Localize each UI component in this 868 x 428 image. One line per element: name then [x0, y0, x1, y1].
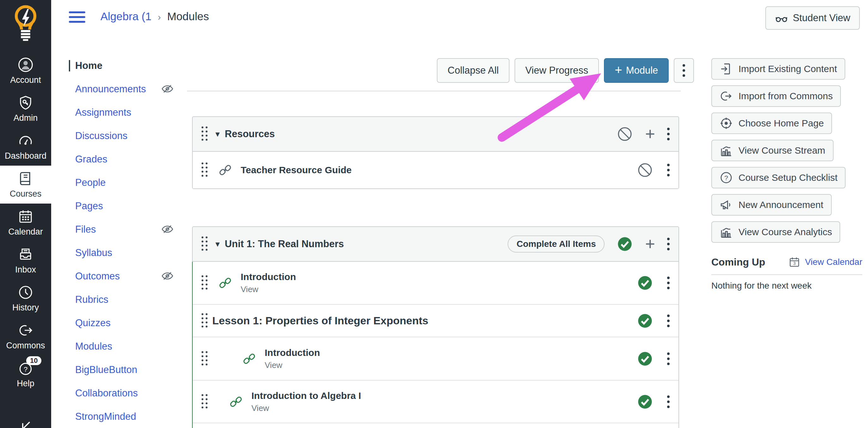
course-nav-assignments[interactable]: Assignments — [69, 107, 189, 118]
kebab-menu-icon[interactable] — [667, 243, 670, 245]
course-nav-outcomes[interactable]: Outcomes — [69, 270, 189, 282]
drag-handle-icon[interactable] — [202, 394, 208, 409]
add-module-button[interactable]: + Module — [604, 58, 669, 83]
course-nav-pages[interactable]: Pages — [69, 200, 189, 212]
course-nav-strongminded[interactable]: StrongMinded — [69, 411, 189, 422]
course-nav-syllabus[interactable]: Syllabus — [69, 247, 189, 259]
sidebar-button-label: Import from Commons — [739, 91, 833, 102]
no-symbol-icon[interactable] — [637, 162, 653, 178]
global-nav-calendar[interactable]: Calendar — [0, 204, 51, 241]
check-circle-icon[interactable] — [637, 313, 653, 329]
breadcrumb-course-link[interactable]: Algebra (1 — [100, 10, 151, 23]
student-view-button[interactable]: Student View — [765, 6, 860, 30]
view-progress-button[interactable]: View Progress — [515, 58, 599, 83]
eye-slash-icon — [161, 269, 174, 283]
item-subtitle: View — [241, 285, 296, 294]
course-nav-announcements[interactable]: Announcements — [69, 83, 189, 95]
course-nav-modules[interactable]: Modules — [69, 341, 189, 352]
module-item-introduction-2[interactable]: Introduction View — [193, 337, 679, 380]
drag-handle-icon[interactable] — [202, 236, 208, 252]
kebab-menu-icon[interactable] — [667, 169, 670, 171]
module-item-introduction-1[interactable]: Introduction View — [193, 262, 679, 304]
link-icon — [242, 351, 256, 366]
modules-more-options-button[interactable] — [674, 58, 694, 83]
link-icon — [229, 395, 243, 409]
drag-handle-icon[interactable] — [202, 126, 208, 142]
item-title[interactable]: Introduction to Algebra I — [251, 390, 361, 401]
check-circle-icon[interactable] — [637, 275, 653, 291]
help-unread-badge: 10 — [26, 356, 41, 365]
kebab-menu-icon[interactable] — [667, 282, 670, 284]
school-logo-lightbulb-bolt-icon[interactable] — [11, 4, 40, 41]
global-nav-help[interactable]: ? 10 Help — [0, 355, 51, 393]
module-item-introduction-to-algebra-i[interactable]: Introduction to Algebra I View — [193, 380, 679, 423]
kebab-menu-icon[interactable] — [667, 133, 670, 135]
view-course-stream-button[interactable]: View Course Stream — [711, 140, 834, 161]
global-nav-account[interactable]: Account — [0, 52, 51, 90]
course-nav-people[interactable]: People — [69, 177, 189, 189]
module-item-lesson-1-subheader[interactable]: Lesson 1: Properties of Integer Exponent… — [193, 304, 679, 337]
question-circle-icon: ? 10 — [18, 361, 33, 376]
course-nav-quizzes[interactable]: Quizzes — [69, 317, 189, 329]
item-title[interactable]: Teacher Resource Guide — [241, 165, 351, 175]
global-nav-commons[interactable]: Commons — [0, 317, 51, 355]
global-nav-inbox[interactable]: Inbox — [0, 241, 51, 280]
sidebar-button-label: Import Existing Content — [739, 63, 837, 74]
drag-handle-icon[interactable] — [202, 313, 208, 329]
kebab-menu-icon[interactable] — [667, 320, 670, 322]
course-nav-rubrics[interactable]: Rubrics — [69, 294, 189, 305]
global-nav-courses[interactable]: Courses — [0, 166, 51, 204]
check-circle-icon[interactable] — [637, 350, 653, 367]
course-nav-discussions[interactable]: Discussions — [69, 130, 189, 142]
course-nav-files[interactable]: Files — [69, 224, 189, 235]
view-course-analytics-button[interactable]: View Course Analytics — [711, 221, 840, 243]
import-existing-content-button[interactable]: Import Existing Content — [711, 58, 845, 80]
svg-text:?: ? — [724, 174, 728, 181]
course-nav-collaborations[interactable]: Collaborations — [69, 388, 189, 399]
link-icon — [218, 276, 232, 290]
inbox-tray-icon — [18, 247, 33, 262]
course-nav-label: Files — [75, 224, 96, 235]
global-nav-label: Dashboard — [5, 151, 46, 161]
no-symbol-icon[interactable] — [617, 126, 633, 142]
caret-down-icon[interactable]: ▾ — [215, 239, 220, 249]
module-resources: ▾ Resources + Teacher Resource Guide — [192, 116, 679, 189]
sidebar-button-label: Course Setup Checklist — [739, 172, 837, 183]
global-nav-admin[interactable]: Admin — [0, 90, 51, 128]
drag-handle-icon[interactable] — [202, 275, 208, 290]
course-nav-bigbluebutton[interactable]: BigBlueButton — [69, 364, 189, 375]
kebab-menu-icon[interactable] — [667, 400, 670, 403]
global-nav-label: Commons — [6, 341, 45, 350]
import-from-commons-button[interactable]: Import from Commons — [711, 85, 841, 107]
global-nav-label: Admin — [13, 113, 38, 123]
course-setup-checklist-button[interactable]: ? Course Setup Checklist — [711, 167, 845, 189]
global-nav-dashboard[interactable]: Dashboard — [0, 128, 51, 166]
check-circle-icon[interactable] — [637, 394, 653, 410]
global-nav-history[interactable]: History — [0, 280, 51, 317]
global-navigation: Account Admin Dashboard Courses Calendar — [0, 0, 51, 428]
drag-handle-icon[interactable] — [202, 351, 208, 366]
caret-down-icon[interactable]: ▾ — [215, 129, 220, 139]
view-calendar-link[interactable]: 3 View Calendar — [788, 256, 862, 268]
coming-up-heading: Coming Up — [711, 256, 765, 268]
course-nav-home[interactable]: Home — [69, 60, 189, 72]
collapse-all-button[interactable]: Collapse All — [437, 58, 509, 83]
shield-key-icon — [18, 95, 33, 110]
hamburger-menu-icon[interactable] — [69, 11, 85, 26]
item-title[interactable]: Introduction — [265, 347, 320, 358]
module-item-teacher-resource-guide[interactable]: Teacher Resource Guide — [193, 152, 679, 189]
target-icon — [719, 117, 733, 130]
course-nav-grades[interactable]: Grades — [69, 153, 189, 165]
item-title[interactable]: Introduction — [241, 272, 296, 282]
collapse-arrow-icon[interactable] — [19, 419, 33, 428]
course-nav-label: Outcomes — [75, 270, 120, 282]
choose-home-page-button[interactable]: Choose Home Page — [711, 113, 832, 134]
plus-icon[interactable]: + — [645, 127, 655, 141]
module-title: Resources — [225, 129, 275, 140]
check-circle-icon[interactable] — [617, 236, 633, 252]
new-announcement-button[interactable]: New Announcement — [711, 194, 832, 216]
drag-handle-icon[interactable] — [202, 163, 208, 178]
kebab-menu-icon[interactable] — [667, 358, 670, 360]
global-nav-label: Courses — [10, 189, 42, 199]
plus-icon[interactable]: + — [645, 237, 655, 251]
